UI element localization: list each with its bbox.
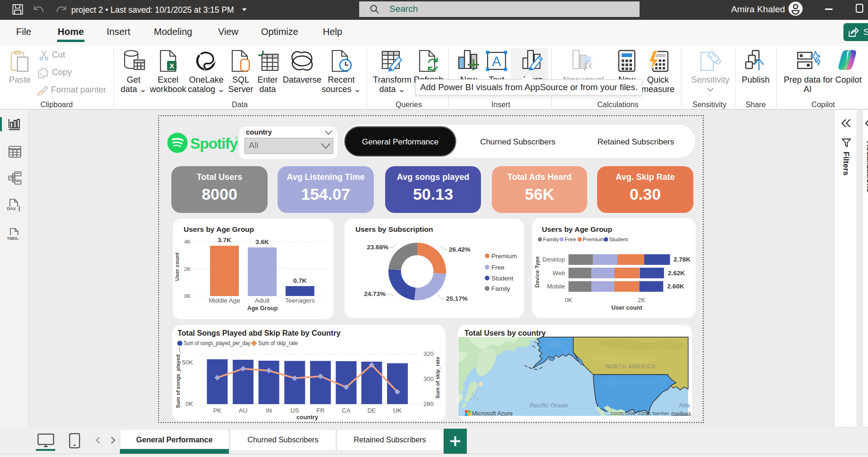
- svg-text:Spotify: Spotify: [190, 135, 238, 152]
- svg-text:Atla: Atla: [678, 402, 690, 409]
- svg-text:AU: AU: [239, 407, 247, 414]
- svg-text:0K: 0K: [184, 293, 191, 299]
- svg-text:4K: 4K: [184, 239, 191, 245]
- svg-text:24.73%: 24.73%: [364, 290, 386, 297]
- svg-text:User count: User count: [174, 253, 180, 281]
- svg-text:2K: 2K: [184, 266, 191, 272]
- svg-text:Teenagers: Teenagers: [285, 297, 315, 304]
- svg-text:®: ®: [235, 136, 238, 141]
- svg-text:280: 280: [423, 400, 434, 407]
- svg-text:300: 300: [423, 375, 434, 382]
- svg-text:2.78K: 2.78K: [674, 256, 691, 263]
- svg-text:UK: UK: [393, 407, 402, 414]
- svg-text:25.17%: 25.17%: [446, 295, 468, 302]
- svg-text:Premium: Premium: [491, 253, 517, 260]
- svg-text:A: A: [492, 54, 501, 69]
- svg-text:Desktop: Desktop: [542, 256, 565, 263]
- svg-text:Users by Age Group: Users by Age Group: [184, 225, 254, 233]
- svg-text:IN: IN: [266, 407, 272, 414]
- svg-text:Sum of songs_played_...: Sum of songs_played_...: [175, 347, 181, 408]
- svg-text:Total Users by country: Total Users by country: [464, 329, 546, 337]
- svg-text:CA: CA: [342, 407, 350, 414]
- svg-text:0K: 0K: [565, 296, 573, 304]
- svg-text:DAX: DAX: [7, 206, 16, 211]
- svg-text:0.7K: 0.7K: [293, 277, 307, 284]
- svg-text:Premium: Premium: [583, 237, 605, 242]
- svg-text:Pacific Ocean: Pacific Ocean: [530, 402, 568, 409]
- svg-text:3.7K: 3.7K: [218, 237, 231, 244]
- svg-text:320: 320: [423, 350, 434, 357]
- svg-text:Student: Student: [491, 275, 514, 282]
- svg-text:©2025 OSM ©2025 TomTom Feedb: ©2025 OSM ©2025 TomTom Feedback: [610, 411, 691, 416]
- svg-text:Web: Web: [553, 270, 565, 277]
- svg-text:Mobile: Mobile: [547, 283, 565, 290]
- svg-text:TMDL: TMDL: [7, 236, 19, 241]
- svg-text:3.6K: 3.6K: [255, 238, 269, 245]
- svg-text:Free: Free: [565, 237, 576, 242]
- svg-text:Users by Subscription: Users by Subscription: [355, 225, 433, 233]
- svg-text:Middle Age: Middle Age: [209, 297, 240, 304]
- svg-text:Total Songs Played abd Skip Ra: Total Songs Played abd Skip Rate by Coun…: [177, 329, 341, 337]
- svg-text:X: X: [169, 62, 174, 70]
- svg-text:User count: User count: [611, 305, 642, 311]
- svg-text:fx: fx: [584, 59, 592, 71]
- svg-text:Microsoft Azure: Microsoft Azure: [472, 410, 513, 417]
- svg-text:Users by Age Group: Users by Age Group: [542, 225, 612, 233]
- svg-text:2.60K: 2.60K: [667, 283, 684, 290]
- svg-text:Free: Free: [491, 264, 505, 271]
- svg-text:26.42%: 26.42%: [449, 246, 471, 253]
- svg-text:NORTH AMERICA: NORTH AMERICA: [606, 364, 656, 369]
- svg-text:2.62K: 2.62K: [668, 270, 685, 277]
- svg-text:2K: 2K: [638, 296, 645, 304]
- svg-text:PK: PK: [213, 407, 222, 414]
- svg-text:Student: Student: [609, 237, 628, 242]
- svg-text:Sum of skip_rate: Sum of skip_rate: [435, 357, 440, 399]
- svg-text:Family: Family: [543, 237, 559, 242]
- svg-text:Adult: Adult: [255, 297, 270, 304]
- svg-text:DE: DE: [367, 407, 376, 414]
- svg-text:Device Type: Device Type: [534, 256, 540, 288]
- svg-text:Sum of songs_played_per_day: Sum of songs_played_per_day: [184, 340, 250, 347]
- svg-text:Sum of skip_rate: Sum of skip_rate: [258, 340, 298, 347]
- svg-text:Family: Family: [491, 285, 510, 292]
- svg-text:50K: 50K: [182, 359, 193, 366]
- svg-text:Age Group: Age Group: [247, 305, 278, 312]
- svg-text:FR: FR: [316, 407, 324, 414]
- svg-text:country: country: [296, 414, 318, 421]
- svg-text:23.68%: 23.68%: [367, 244, 388, 251]
- svg-text:US: US: [290, 407, 299, 414]
- svg-text:0K: 0K: [185, 400, 193, 407]
